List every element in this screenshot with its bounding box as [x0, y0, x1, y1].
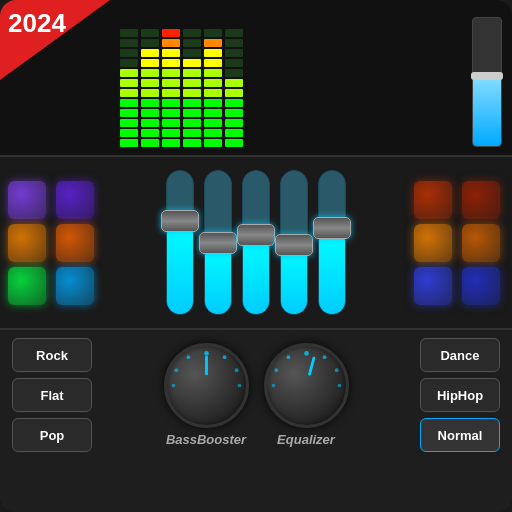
right-pad-4[interactable] — [414, 267, 452, 305]
eq-segment — [120, 139, 138, 147]
eq-segment — [225, 79, 243, 87]
eq-segment — [141, 99, 159, 107]
eq-segment — [225, 99, 243, 107]
presets-and-knobs-row: RockFlatPop — [0, 330, 512, 460]
fader-handle-3[interactable] — [275, 234, 313, 256]
year-text: 2024 — [8, 10, 66, 36]
eq-segment — [225, 69, 243, 77]
right-preset-normal[interactable]: Normal — [420, 418, 500, 452]
eq-segment — [183, 79, 201, 87]
eq-segment — [162, 49, 180, 57]
eq-segment — [204, 109, 222, 117]
right-pad-5[interactable] — [462, 267, 500, 305]
fader-0[interactable] — [166, 170, 194, 315]
left-pad-3[interactable] — [56, 224, 94, 262]
svg-point-14 — [271, 384, 275, 388]
fader-2[interactable] — [242, 170, 270, 315]
bass-booster-knob[interactable] — [164, 343, 249, 428]
eq-segment — [204, 29, 222, 37]
eq-bar-0 — [120, 17, 138, 147]
fader-4[interactable] — [318, 170, 346, 315]
left-pad-2[interactable] — [8, 224, 46, 262]
bass-booster-label: BassBooster — [166, 432, 246, 447]
eq-segment — [204, 119, 222, 127]
eq-segment — [120, 129, 138, 137]
eq-segment — [141, 79, 159, 87]
eq-segment — [162, 99, 180, 107]
eq-segment — [204, 69, 222, 77]
svg-point-1 — [222, 355, 226, 359]
svg-line-15 — [309, 358, 313, 374]
eq-segment — [225, 49, 243, 57]
bottom-section: RockFlatPop — [0, 330, 512, 512]
eq-segment — [204, 59, 222, 67]
eq-segment — [120, 49, 138, 57]
eq-segment — [183, 129, 201, 137]
eq-segment — [120, 109, 138, 117]
eq-segment — [225, 39, 243, 47]
eq-segment — [183, 39, 201, 47]
eq-segment — [162, 69, 180, 77]
fader-1[interactable] — [204, 170, 232, 315]
eq-segment — [141, 119, 159, 127]
svg-point-13 — [274, 368, 278, 372]
fader-3[interactable] — [280, 170, 308, 315]
knobs-row: BassBooster — [164, 343, 349, 447]
eq-bar-1 — [141, 17, 159, 147]
eq-segment — [183, 109, 201, 117]
right-pad-3[interactable] — [462, 224, 500, 262]
volume-slider[interactable] — [472, 17, 502, 147]
equalizer-knob[interactable] — [264, 343, 349, 428]
eq-segment — [141, 139, 159, 147]
left-pad-5[interactable] — [56, 267, 94, 305]
eq-segment — [162, 89, 180, 97]
eq-segment — [141, 69, 159, 77]
eq-bars — [120, 17, 464, 147]
svg-point-3 — [237, 384, 241, 388]
right-preset-dance[interactable]: Dance — [420, 338, 500, 372]
bass-booster-knob-container: BassBooster — [164, 343, 249, 447]
eq-segment — [162, 59, 180, 67]
left-preset-pop[interactable]: Pop — [12, 418, 92, 452]
eq-segment — [225, 139, 243, 147]
left-pad-1[interactable] — [56, 181, 94, 219]
eq-segment — [204, 129, 222, 137]
left-preset-rock[interactable]: Rock — [12, 338, 92, 372]
svg-point-10 — [334, 368, 338, 372]
fader-handle-2[interactable] — [237, 224, 275, 246]
eq-bar-3 — [183, 17, 201, 147]
right-pad-2[interactable] — [414, 224, 452, 262]
eq-segment — [120, 59, 138, 67]
fader-handle-1[interactable] — [199, 232, 237, 254]
left-pad-4[interactable] — [8, 267, 46, 305]
right-preset-hiphop[interactable]: HipHop — [420, 378, 500, 412]
eq-segment — [225, 109, 243, 117]
svg-point-11 — [337, 384, 341, 388]
svg-point-4 — [186, 355, 190, 359]
left-pad-0[interactable] — [8, 181, 46, 219]
eq-segment — [120, 39, 138, 47]
eq-segment — [183, 139, 201, 147]
svg-point-6 — [171, 384, 175, 388]
eq-bar-2 — [162, 17, 180, 147]
left-pad-grid — [8, 181, 98, 305]
svg-point-9 — [322, 355, 326, 359]
left-preset-flat[interactable]: Flat — [12, 378, 92, 412]
eq-segment — [141, 129, 159, 137]
right-pad-1[interactable] — [462, 181, 500, 219]
eq-segment — [141, 49, 159, 57]
eq-segment — [225, 59, 243, 67]
eq-visualizer-section: 2024 — [0, 0, 512, 155]
eq-segment — [141, 89, 159, 97]
eq-segment — [225, 129, 243, 137]
fader-handle-0[interactable] — [161, 210, 199, 232]
app-container: 2024 RockFlatPop — [0, 0, 512, 512]
eq-segment — [120, 99, 138, 107]
fader-handle-4[interactable] — [313, 217, 351, 239]
eq-segment — [120, 69, 138, 77]
eq-segment — [120, 29, 138, 37]
right-pad-0[interactable] — [414, 181, 452, 219]
equalizer-label: Equalizer — [277, 432, 335, 447]
eq-segment — [225, 119, 243, 127]
eq-segment — [162, 129, 180, 137]
